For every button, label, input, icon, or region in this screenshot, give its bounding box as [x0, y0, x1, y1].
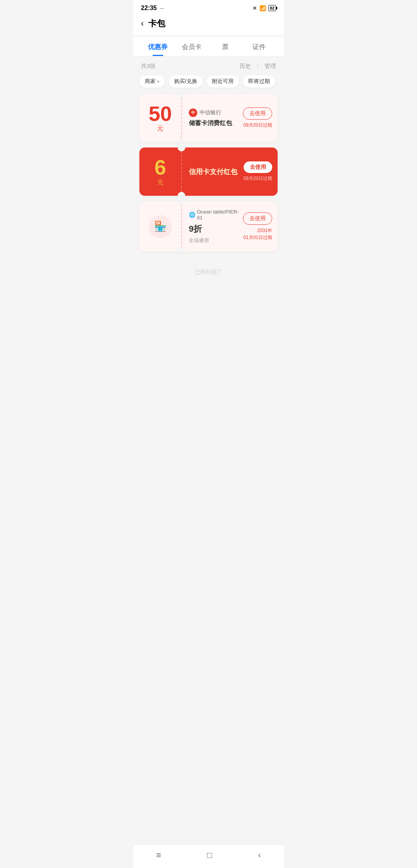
coupon-info-3: 🌐 Ocean table/PIER-01 9折 全场通用 去使用 2031年 …	[182, 201, 278, 252]
coupon-amount-area-2: 6 元	[139, 147, 182, 196]
coupon-action-3: 去使用 2031年 01月01日过期	[243, 212, 272, 241]
wifi-icon: 📶	[259, 5, 266, 11]
expire-text-2: 09月20日过期	[243, 175, 272, 182]
coupon-card-2: 6 元 信用卡支付红包 去使用 09月20日过期	[139, 147, 278, 196]
tab-member-card[interactable]: 会员卡	[175, 37, 209, 56]
filter-merchant[interactable]: 商家 ▾	[139, 75, 165, 88]
coupon-icon-area-3: 🏪	[139, 201, 182, 252]
coupon-action-2: 去使用 09月20日过期	[243, 161, 272, 182]
filter-row: 商家 ▾ 购买/兑换 附近可用 即将过期	[139, 75, 278, 88]
header: ‹ 卡包	[133, 14, 284, 36]
discount-title-3: 9折	[189, 223, 243, 235]
coupon-info-2: 信用卡支付红包 去使用 09月20日过期	[182, 147, 278, 196]
status-dots: ···	[159, 5, 164, 11]
back-button[interactable]: ‹	[141, 19, 144, 28]
status-bar: 22:35 ··· ✕ 📶 82	[133, 0, 284, 14]
use-button-2[interactable]: 去使用	[244, 161, 272, 173]
store-icon-3: 🏪	[149, 215, 172, 238]
content-area: 共3张 历史 ｜ 管理 商家 ▾ 购买/兑换 附近可用 即将过期 50 元	[133, 56, 284, 314]
coupon-amount-1: 50	[149, 103, 172, 124]
battery-indicator: 82	[268, 5, 276, 11]
manage-link[interactable]: 管理	[264, 63, 276, 70]
expire-text-3: 2031年 01月01日过期	[243, 227, 272, 241]
status-icons: ✕ 📶 82	[253, 5, 276, 11]
coupon-amount-area-1: 50 元	[139, 94, 182, 142]
coupon-details-3: 🌐 Ocean table/PIER-01 9折 全场通用	[189, 209, 243, 244]
expire-text-1: 09月20日过期	[243, 122, 272, 129]
coupon-details-2: 信用卡支付红包	[189, 167, 237, 176]
coupon-card-1: 50 元 中 中信银行 储蓄卡消费红包 去使用 09月20日过期	[139, 94, 278, 142]
filter-expiring[interactable]: 即将过期	[243, 75, 275, 88]
coupon-unit-2: 元	[157, 178, 163, 186]
bank-logo-1: 中	[189, 108, 197, 117]
bank-name-1: 中信银行	[200, 109, 221, 116]
globe-icon: 🌐	[189, 212, 195, 218]
merchant-name-3: 🌐 Ocean table/PIER-01	[189, 209, 243, 220]
bank-row-1: 中 中信银行	[189, 108, 232, 117]
coupon-info-1: 中 中信银行 储蓄卡消费红包 去使用 09月20日过期	[182, 94, 278, 142]
signal-icon: ✕	[253, 5, 257, 11]
coupon-title-2: 信用卡支付红包	[189, 167, 237, 176]
use-button-1[interactable]: 去使用	[243, 107, 272, 120]
coupon-unit-1: 元	[157, 125, 163, 133]
bottom-hint: 已经到底了	[139, 257, 278, 283]
filter-buy[interactable]: 购买/兑换	[169, 75, 203, 88]
status-time: 22:35	[141, 5, 157, 12]
page-title: 卡包	[148, 18, 165, 29]
divider: ｜	[255, 63, 261, 70]
tab-certificate[interactable]: 证件	[242, 37, 276, 56]
history-link[interactable]: 历史	[239, 63, 251, 70]
coupon-details-1: 中 中信银行 储蓄卡消费红包	[189, 108, 232, 127]
summary-actions: 历史 ｜ 管理	[239, 63, 276, 70]
coupon-title-1: 储蓄卡消费红包	[189, 119, 232, 127]
tab-ticket[interactable]: 票	[208, 37, 242, 56]
coupon-card-3: 🏪 🌐 Ocean table/PIER-01 9折 全场通用 去使用 2031…	[139, 201, 278, 252]
use-button-3[interactable]: 去使用	[243, 212, 272, 225]
coupon-count: 共3张	[141, 63, 156, 70]
tabs-container: 优惠券 会员卡 票 证件	[133, 37, 284, 56]
coupon-action-1: 去使用 09月20日过期	[243, 107, 272, 129]
filter-nearby[interactable]: 附近可用	[207, 75, 239, 88]
summary-row: 共3张 历史 ｜ 管理	[139, 63, 278, 70]
discount-sub-3: 全场通用	[189, 237, 243, 244]
tab-coupon[interactable]: 优惠券	[141, 37, 175, 56]
coupon-amount-2: 6	[154, 157, 166, 178]
chevron-down-icon: ▾	[157, 79, 159, 84]
